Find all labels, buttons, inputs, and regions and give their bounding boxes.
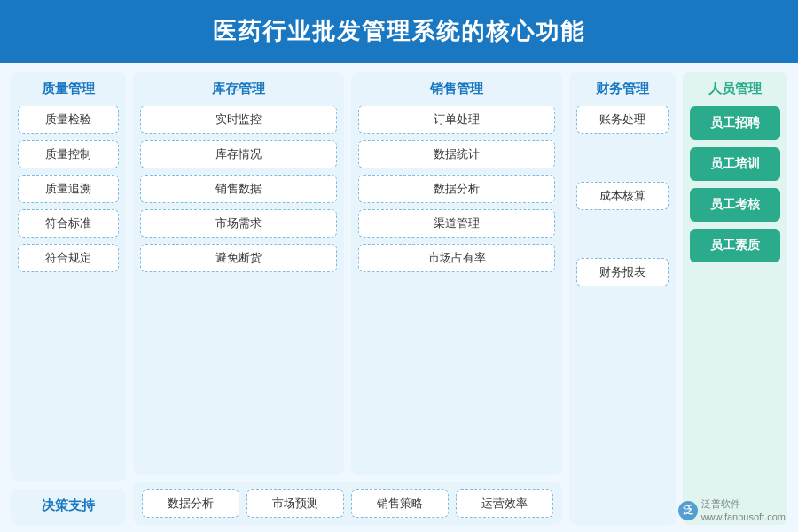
sales-header: 销售管理 <box>430 81 483 98</box>
finance-item-1: 账务处理 <box>576 106 669 134</box>
personnel-item-2[interactable]: 员工培训 <box>690 147 780 181</box>
quality-item-1: 质量检验 <box>18 106 119 134</box>
personnel-header: 人员管理 <box>708 81 762 98</box>
finance-column: 财务管理 账务处理 成本核算 财务报表 <box>569 72 676 525</box>
middle-section: 库存管理 实时监控 库存情况 销售数据 市场需求 避免断货 销售管理 订单处理 … <box>133 72 562 525</box>
personnel-item-4[interactable]: 员工素质 <box>690 229 780 262</box>
sales-column: 销售管理 订单处理 数据统计 数据分析 渠道管理 市场占有率 <box>351 72 562 475</box>
bottom-item-4: 运营效率 <box>456 489 553 518</box>
bottom-item-2: 市场预测 <box>246 489 344 518</box>
middle-top: 库存管理 实时监控 库存情况 销售数据 市场需求 避免断货 销售管理 订单处理 … <box>133 72 562 475</box>
content-area: 质量管理 质量检验 质量控制 质量追溯 符合标准 符合规定 决策支持 库存管理 … <box>0 63 798 532</box>
personnel-item-3[interactable]: 员工考核 <box>690 188 780 222</box>
brand-url: www.fanpusoft.com <box>701 511 786 523</box>
personnel-column: 人员管理 员工招聘 员工培训 员工考核 员工素质 <box>683 72 787 525</box>
quality-item-5: 符合规定 <box>18 244 119 272</box>
quality-item-4: 符合标准 <box>18 209 119 238</box>
bottom-item-3: 销售策略 <box>351 489 449 518</box>
inventory-item-4: 市场需求 <box>140 209 337 238</box>
main-container: 医药行业批发管理系统的核心功能 质量管理 质量检验 质量控制 质量追溯 符合标准… <box>0 0 798 532</box>
inventory-header: 库存管理 <box>212 81 265 98</box>
brand-icon: 泛 <box>678 501 698 520</box>
quality-header: 质量管理 <box>42 81 95 98</box>
left-section: 质量管理 质量检验 质量控制 质量追溯 符合标准 符合规定 决策支持 <box>11 72 126 525</box>
brand-text: 泛普软件 www.fanpusoft.com <box>701 497 786 523</box>
inventory-item-3: 销售数据 <box>140 175 337 203</box>
sales-item-4: 渠道管理 <box>358 209 555 238</box>
sales-item-1: 订单处理 <box>358 106 555 134</box>
watermark: 泛 泛普软件 www.fanpusoft.com <box>678 497 786 523</box>
personnel-item-1[interactable]: 员工招聘 <box>690 106 780 140</box>
brand-name: 泛普软件 <box>701 497 786 510</box>
decision-box: 决策支持 <box>11 489 126 525</box>
quality-item-3: 质量追溯 <box>18 175 119 203</box>
page-header: 医药行业批发管理系统的核心功能 <box>0 0 798 63</box>
bottom-row: 数据分析 市场预测 销售策略 运营效率 <box>133 482 562 525</box>
inventory-item-2: 库存情况 <box>140 140 337 168</box>
inventory-item-5: 避免断货 <box>140 244 337 272</box>
bottom-item-1: 数据分析 <box>142 489 239 518</box>
quality-column: 质量管理 质量检验 质量控制 质量追溯 符合标准 符合规定 <box>11 72 126 481</box>
finance-item-2: 成本核算 <box>576 182 669 210</box>
sales-item-3: 数据分析 <box>358 175 555 203</box>
sales-item-5: 市场占有率 <box>358 244 555 272</box>
sales-item-2: 数据统计 <box>358 140 555 168</box>
decision-header: 决策支持 <box>42 497 95 514</box>
inventory-column: 库存管理 实时监控 库存情况 销售数据 市场需求 避免断货 <box>133 72 344 475</box>
finance-item-3: 财务报表 <box>576 258 669 286</box>
finance-header: 财务管理 <box>596 81 649 98</box>
page-title: 医药行业批发管理系统的核心功能 <box>213 18 585 44</box>
quality-item-2: 质量控制 <box>18 140 119 168</box>
inventory-item-1: 实时监控 <box>140 106 337 134</box>
